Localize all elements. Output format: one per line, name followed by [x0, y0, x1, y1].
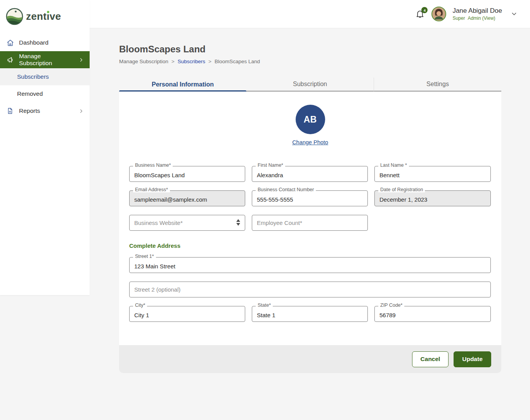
contact-number-label: Business Contact Number	[256, 187, 316, 192]
tab-subscription[interactable]: Subscription	[246, 78, 374, 92]
tab-label: Personal Information	[152, 81, 214, 88]
website-stepper-icon[interactable]	[236, 219, 240, 226]
street2-field	[129, 282, 491, 297]
sidebar-item-label: Subscribers	[17, 73, 84, 80]
notifications-button[interactable]: 4	[415, 9, 425, 19]
sidebar-item-subscribers[interactable]: Subscribers	[0, 68, 90, 85]
brand-wordmark-post: ve	[50, 10, 61, 22]
state-input[interactable]	[252, 306, 368, 322]
contact-number-input[interactable]	[252, 190, 368, 206]
chevron-down-icon[interactable]	[511, 10, 518, 17]
tab-settings[interactable]: Settings	[374, 78, 501, 92]
zip-code-input[interactable]	[374, 306, 491, 322]
chevron-right-icon	[78, 57, 84, 63]
city-input[interactable]	[129, 306, 245, 322]
business-website-input[interactable]	[129, 215, 245, 231]
contact-number-field: Business Contact Number	[252, 190, 368, 206]
form-action-bar: Cancel Update	[119, 345, 501, 373]
business-name-field: Business Name*	[129, 166, 245, 182]
subscriber-initials-avatar: AB	[296, 105, 325, 134]
topbar-right-cluster: 4 Jane Abigail Doe Super Admin (View)	[415, 7, 518, 21]
registration-date-field: Date of Registration	[374, 190, 491, 206]
registration-date-label: Date of Registration	[378, 187, 425, 192]
user-avatar[interactable]	[431, 7, 446, 21]
brand-wordmark-pre: zent	[26, 10, 47, 22]
breadcrumb-item-subscribers[interactable]: Subscribers	[178, 59, 205, 64]
change-photo-link[interactable]: Change Photo	[119, 139, 501, 145]
update-button[interactable]: Update	[454, 351, 491, 367]
avatar-photo-icon	[432, 7, 445, 21]
business-website-field	[129, 215, 245, 231]
user-name: Jane Abigail Doe	[452, 7, 502, 15]
topbar: 4 Jane Abigail Doe Super Admin (View)	[90, 0, 530, 28]
last-name-field: Last Name *	[374, 166, 491, 182]
stepper-down-icon[interactable]	[236, 223, 240, 226]
first-name-input[interactable]	[252, 166, 368, 182]
email-label: Email Address*	[133, 187, 170, 192]
brand-wordmark-i: ı	[47, 10, 50, 22]
employee-count-field	[252, 215, 368, 231]
notification-badge: 4	[421, 7, 428, 13]
email-field: Email Address*	[129, 190, 245, 206]
sidebar-item-dashboard[interactable]: Dashboard	[0, 34, 90, 51]
city-label: City*	[133, 302, 147, 308]
tab-label: Subscription	[293, 81, 327, 88]
city-field: City*	[129, 306, 245, 322]
breadcrumb-separator: >	[171, 59, 175, 64]
sidebar-item-label: Reports	[19, 107, 73, 114]
business-name-label: Business Name*	[133, 162, 173, 168]
street2-input[interactable]	[129, 282, 491, 297]
state-label: State*	[256, 302, 273, 308]
street1-label: Street 1*	[133, 254, 156, 259]
user-role-prefix: Super	[452, 16, 465, 21]
sidebar-item-reports[interactable]: Reports	[0, 102, 90, 119]
breadcrumb-item-manage-subscription[interactable]: Manage Subscription	[119, 59, 168, 64]
chevron-right-icon	[78, 108, 84, 114]
sidebar-item-removed[interactable]: Removed	[0, 85, 90, 102]
breadcrumb: Manage Subscription > Subscribers > Bloo…	[119, 59, 260, 64]
first-name-label: First Name*	[256, 162, 285, 168]
business-name-input[interactable]	[129, 166, 245, 182]
street1-field: Street 1*	[129, 257, 491, 273]
report-document-icon	[7, 107, 14, 114]
user-role-suffix: Admin (View)	[468, 16, 495, 21]
sidebar-item-label: Removed	[17, 90, 84, 97]
stepper-up-icon[interactable]	[236, 219, 240, 222]
brand-logo[interactable]: zentıve	[0, 0, 90, 28]
street1-input[interactable]	[129, 257, 491, 273]
tab-personal-information[interactable]: Personal Information	[119, 78, 246, 92]
email-input	[129, 190, 245, 206]
user-role: Super Admin (View)	[452, 16, 502, 21]
first-name-field: First Name*	[252, 166, 368, 182]
state-field: State*	[252, 306, 368, 322]
zip-code-label: ZIP Code*	[378, 302, 404, 308]
complete-address-heading: Complete Address	[129, 242, 180, 249]
sidebar-item-manage-subscription[interactable]: Manage Subscription	[0, 51, 90, 68]
user-meta: Jane Abigail Doe Super Admin (View)	[452, 7, 502, 21]
page-title: BloomScapes Land	[119, 44, 206, 55]
sidebar: zentıve Dashboard Manage Subscription S	[0, 0, 90, 295]
breadcrumb-item-current: BloomScapes Land	[215, 59, 260, 64]
zip-code-field: ZIP Code*	[374, 306, 491, 322]
brand-wordmark: zentıve	[26, 10, 61, 22]
last-name-label: Last Name *	[378, 162, 409, 168]
last-name-input[interactable]	[374, 166, 491, 182]
employee-count-input[interactable]	[252, 215, 368, 231]
sidebar-item-label: Dashboard	[19, 39, 84, 46]
breadcrumb-separator: >	[208, 59, 211, 64]
personal-information-panel: AB Change Photo Business Name* First Nam…	[119, 92, 501, 373]
sidebar-nav: Dashboard Manage Subscription Subscriber…	[0, 34, 90, 119]
cancel-button[interactable]: Cancel	[412, 351, 449, 367]
home-icon	[7, 39, 14, 47]
registration-date-input	[374, 190, 491, 206]
tabs: Personal Information Subscription Settin…	[119, 78, 501, 92]
sidebar-item-label: Manage Subscription	[19, 53, 73, 67]
zentive-logo-icon	[5, 7, 24, 26]
megaphone-icon	[7, 56, 14, 64]
tab-label: Settings	[426, 81, 449, 88]
